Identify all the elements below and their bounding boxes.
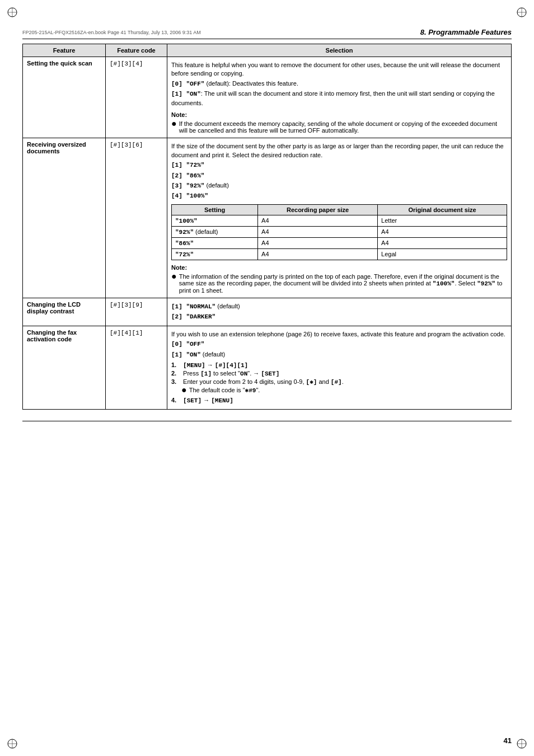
option: [1] "72%"	[171, 161, 507, 170]
inner-cell-setting: "86%"	[172, 237, 258, 248]
header-title: 8. Programmable Features	[420, 28, 512, 36]
corner-bl	[7, 738, 18, 749]
step-number: 2.	[171, 370, 181, 377]
step-item: 1. [MENU] → [#][4][1]	[171, 361, 507, 369]
note-head: Note:	[171, 111, 507, 119]
corner-tr	[516, 7, 527, 18]
note-bullet: ● The default code is "✱#9".	[181, 387, 507, 395]
selection-intro: If you wish to use an extension telephon…	[171, 330, 507, 339]
table-row: Receiving oversized documents [#][3][6] …	[23, 138, 512, 298]
code-cell: [#][4][1]	[106, 326, 167, 409]
corner-tl	[7, 7, 18, 18]
option: [0] "OFF"	[171, 340, 507, 349]
col-header-code: Feature code	[106, 44, 167, 57]
page-number: 41	[504, 736, 512, 745]
table-row: Changing the fax activation code [#][4][…	[23, 326, 512, 409]
step-item: 4. [SET] → [MENU]	[171, 397, 507, 404]
inner-cell-setting: "100%"	[172, 215, 258, 226]
feature-name: Receiving oversized documents	[27, 141, 86, 154]
inner-col-setting: Setting	[172, 204, 258, 215]
bullet-icon: ●	[171, 119, 177, 128]
step-content: [MENU] → [#][4][1]	[181, 361, 507, 369]
feature-name: Changing the fax activation code	[27, 329, 77, 342]
bullet-text: If the document exceeds the memory capac…	[179, 120, 507, 134]
inner-cell-paper: A4	[258, 226, 378, 237]
note-bullet: ● If the document exceeds the memory cap…	[171, 120, 507, 134]
main-table: Feature Feature code Selection Setting t…	[22, 44, 512, 410]
inner-col-recording: Recording paper size	[258, 204, 378, 215]
inner-table-row: "92%" (default) A4 A4	[172, 226, 507, 237]
col-header-selection: Selection	[167, 44, 512, 57]
selection-cell: If the size of the document sent by the …	[167, 138, 512, 298]
note-bullet: ● The information of the sending party i…	[171, 273, 507, 294]
feature-cell: Receiving oversized documents	[23, 138, 106, 298]
inner-cell-doc: A4	[378, 226, 507, 237]
feature-code: [#][3][9]	[110, 302, 143, 308]
col-header-feature: Feature	[23, 44, 106, 57]
inner-table-row: "100%" A4 Letter	[172, 215, 507, 226]
step-number: 3.	[171, 378, 181, 396]
feature-code: [#][3][4]	[110, 60, 143, 67]
table-row: Changing the LCD display contrast [#][3]…	[23, 298, 512, 326]
step-number: 1.	[171, 361, 181, 369]
inner-cell-setting: "92%" (default)	[172, 226, 258, 237]
inner-table: Setting Recording paper size Original do…	[171, 204, 507, 260]
step-item: 2. Press [1] to select "ON". → [SET]	[171, 370, 507, 377]
feature-cell: Changing the fax activation code	[23, 326, 106, 409]
feature-name: Changing the LCD display contrast	[27, 301, 81, 314]
selection-cell: [1] "NORMAL" (default) [2] "DARKER"	[167, 298, 512, 326]
option: [1] "ON" (default)	[171, 350, 507, 359]
inner-cell-setting: "72%"	[172, 248, 258, 260]
step-list: 1. [MENU] → [#][4][1] 2. Press [1] to se…	[171, 361, 507, 404]
inner-col-original: Original document size	[378, 204, 507, 215]
selection-para: [2] "DARKER"	[171, 312, 507, 321]
selection-cell: This feature is helpful when you want to…	[167, 57, 512, 138]
feature-code: [#][3][6]	[110, 142, 143, 148]
feature-cell: Changing the LCD display contrast	[23, 298, 106, 326]
inner-cell-paper: A4	[258, 215, 378, 226]
inner-cell-doc: Legal	[378, 248, 507, 260]
step-content: [SET] → [MENU]	[181, 397, 507, 404]
inner-table-row: "72%" A4 Legal	[172, 248, 507, 260]
selection-para: This feature is helpful when you want to…	[171, 61, 507, 78]
page: FP205-215AL-PFQX2516ZA-en.book Page 41 T…	[0, 0, 534, 756]
header-bar: FP205-215AL-PFQX2516ZA-en.book Page 41 T…	[22, 28, 512, 39]
step-number: 4.	[171, 397, 181, 404]
footer-line	[22, 421, 512, 421]
bullet-text: The default code is "✱#9".	[189, 387, 507, 394]
code-cell: [#][3][4]	[106, 57, 167, 138]
inner-cell-paper: A4	[258, 248, 378, 260]
corner-br	[516, 738, 527, 749]
code-cell: [#][3][9]	[106, 298, 167, 326]
selection-para: [1] "NORMAL" (default)	[171, 302, 507, 311]
bullet-icon: ●	[171, 272, 177, 281]
inner-cell-doc: Letter	[378, 215, 507, 226]
feature-name: Setting the quick scan	[27, 60, 92, 67]
feature-code: [#][4][1]	[110, 330, 143, 336]
step-content: Enter your code from 2 to 4 digits, usin…	[181, 378, 507, 396]
table-row: Setting the quick scan [#][3][4] This fe…	[23, 57, 512, 138]
selection-intro: If the size of the document sent by the …	[171, 142, 507, 159]
bullet-icon: ●	[181, 386, 187, 395]
inner-cell-doc: A4	[378, 237, 507, 248]
inner-cell-paper: A4	[258, 237, 378, 248]
code-cell: [#][3][6]	[106, 138, 167, 298]
feature-cell: Setting the quick scan	[23, 57, 106, 138]
selection-para: [1] "ON": The unit will scan the documen…	[171, 90, 507, 107]
step-content: Press [1] to select "ON". → [SET]	[181, 370, 507, 377]
note-head: Note:	[171, 264, 507, 272]
selection-para: [0] "OFF" (default): Deactivates this fe…	[171, 79, 507, 88]
option: [4] "100%"	[171, 191, 507, 200]
option: [3] "92%" (default)	[171, 181, 507, 190]
selection-cell: If you wish to use an extension telephon…	[167, 326, 512, 409]
bullet-text: The information of the sending party is …	[179, 273, 507, 294]
option: [2] "86%"	[171, 171, 507, 180]
inner-table-row: "86%" A4 A4	[172, 237, 507, 248]
header-filename: FP205-215AL-PFQX2516ZA-en.book Page 41 T…	[22, 30, 201, 35]
step-item: 3. Enter your code from 2 to 4 digits, u…	[171, 378, 507, 396]
